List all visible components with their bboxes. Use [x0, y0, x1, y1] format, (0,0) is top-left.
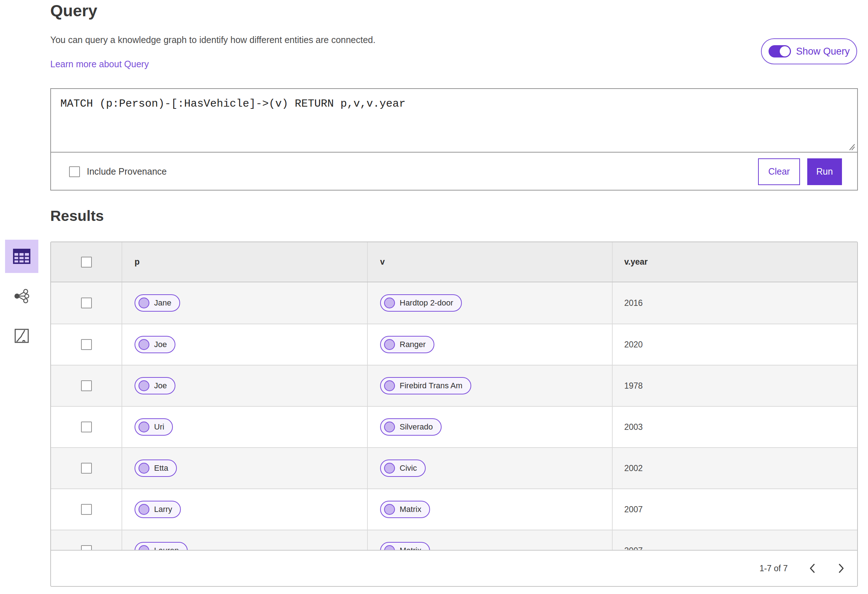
vehicle-pill[interactable]: Civic [380, 460, 426, 477]
person-pill[interactable]: Lauren [134, 542, 188, 550]
clear-button[interactable]: Clear [758, 158, 800, 185]
year-value: 2002 [624, 463, 643, 473]
row-select-checkbox[interactable] [81, 298, 92, 308]
query-page: Query You can query a knowledge graph to… [0, 0, 868, 594]
map-view-button[interactable] [5, 319, 38, 352]
person-pill-label: Larry [154, 505, 172, 514]
node-circle-icon [384, 422, 395, 432]
query-actions: Clear Run [758, 158, 842, 185]
row-select-checkbox[interactable] [81, 422, 92, 432]
person-pill[interactable]: Joe [134, 377, 176, 394]
node-circle-icon [384, 463, 395, 474]
column-header-p[interactable]: p [122, 242, 368, 282]
person-pill[interactable]: Jane [134, 294, 180, 312]
person-pill-label: Etta [154, 463, 168, 473]
person-pill-label: Uri [154, 422, 164, 432]
show-query-label: Show Query [796, 46, 850, 57]
row-select-checkbox[interactable] [81, 545, 92, 550]
table-icon [13, 248, 31, 264]
node-circle-icon [384, 504, 395, 515]
year-value: 2016 [624, 298, 643, 308]
person-pill[interactable]: Joe [134, 336, 176, 353]
year-value: 2007 [624, 505, 643, 514]
include-provenance-option[interactable]: Include Provenance [69, 166, 167, 177]
page-title: Query [50, 1, 97, 20]
vehicle-pill-label: Civic [400, 463, 417, 473]
year-value: 2007 [624, 546, 643, 550]
person-pill-label: Joe [154, 381, 167, 391]
table-row: Lauren Matrix 2007 [51, 530, 857, 550]
vehicle-pill-label: Matrix [400, 505, 421, 514]
column-header-vyear[interactable]: v.year [613, 242, 857, 282]
person-pill[interactable]: Etta [134, 460, 177, 477]
column-header-v[interactable]: v [368, 242, 613, 282]
row-select-checkbox[interactable] [81, 504, 92, 515]
year-value: 2003 [624, 422, 643, 432]
person-pill-label: Lauren [154, 546, 179, 550]
learn-more-link[interactable]: Learn more about Query [50, 59, 149, 69]
table-row: Larry Matrix 2007 [51, 488, 857, 530]
include-provenance-checkbox[interactable] [69, 166, 80, 177]
run-button[interactable]: Run [807, 158, 842, 185]
node-circle-icon [384, 380, 395, 391]
vehicle-pill-label: Matrix [400, 546, 421, 550]
node-circle-icon [139, 380, 149, 391]
resize-handle-icon[interactable] [846, 143, 855, 151]
vehicle-pill[interactable]: Hardtop 2-door [380, 294, 462, 312]
previous-page-button[interactable] [802, 558, 822, 578]
row-select-checkbox[interactable] [81, 339, 92, 350]
year-value: 2020 [624, 340, 643, 349]
table-row: Uri Silverado 2003 [51, 406, 857, 447]
node-circle-icon [139, 463, 149, 474]
node-circle-icon [139, 422, 149, 432]
vehicle-pill-label: Firebird Trans Am [400, 381, 462, 391]
show-query-toggle[interactable]: Show Query [761, 38, 857, 64]
node-circle-icon [139, 339, 149, 350]
view-switcher [5, 240, 38, 352]
node-circle-icon [139, 504, 149, 515]
table-row: Etta Civic 2002 [51, 447, 857, 488]
include-provenance-label: Include Provenance [87, 166, 167, 177]
node-circle-icon [384, 298, 395, 308]
row-select-checkbox[interactable] [81, 463, 92, 474]
node-circle-icon [384, 545, 395, 550]
network-icon [14, 289, 30, 303]
vehicle-pill[interactable]: Ranger [380, 336, 434, 353]
year-value: 1978 [624, 381, 643, 391]
select-all-checkbox[interactable] [81, 257, 92, 268]
chevron-left-icon [809, 563, 816, 574]
row-select-checkbox[interactable] [81, 380, 92, 391]
table-body: Jane Hardtop 2-door 2016 Joe Ranger 2020 [51, 282, 857, 550]
map-icon [14, 328, 29, 343]
graph-view-button[interactable] [5, 280, 38, 313]
results-title: Results [50, 208, 104, 224]
table-row: Joe Ranger 2020 [51, 324, 857, 365]
vehicle-pill[interactable]: Firebird Trans Am [380, 377, 471, 394]
person-pill[interactable]: Uri [134, 418, 173, 436]
page-description: You can query a knowledge graph to ident… [50, 35, 375, 45]
table-row: Jane Hardtop 2-door 2016 [51, 282, 857, 324]
results-table: p v v.year Jane Hardtop 2-door 2016 Joe [50, 242, 858, 587]
table-view-button[interactable] [5, 240, 38, 273]
vehicle-pill[interactable]: Silverado [380, 418, 441, 436]
vehicle-pill[interactable]: Matrix [380, 501, 430, 518]
person-pill[interactable]: Larry [134, 501, 181, 518]
table-row: Joe Firebird Trans Am 1978 [51, 365, 857, 406]
toggle-knob [780, 46, 790, 56]
node-circle-icon [139, 298, 149, 308]
query-panel-footer: Include Provenance Clear Run [51, 153, 857, 190]
node-circle-icon [384, 339, 395, 350]
person-pill-label: Joe [154, 340, 167, 349]
query-input[interactable]: MATCH (p:Person)-[:HasVehicle]->(v) RETU… [51, 89, 857, 153]
person-pill-label: Jane [154, 298, 171, 308]
node-circle-icon [139, 545, 149, 550]
toggle-switch-icon[interactable] [769, 45, 791, 57]
vehicle-pill-label: Hardtop 2-door [400, 298, 453, 308]
vehicle-pill[interactable]: Matrix [380, 542, 430, 550]
vehicle-pill-label: Silverado [400, 422, 433, 432]
chevron-right-icon [838, 563, 844, 574]
table-header-row: p v v.year [51, 242, 857, 282]
table-footer: 1-7 of 7 [51, 550, 857, 586]
next-page-button[interactable] [831, 558, 851, 578]
query-panel: MATCH (p:Person)-[:HasVehicle]->(v) RETU… [50, 88, 858, 190]
